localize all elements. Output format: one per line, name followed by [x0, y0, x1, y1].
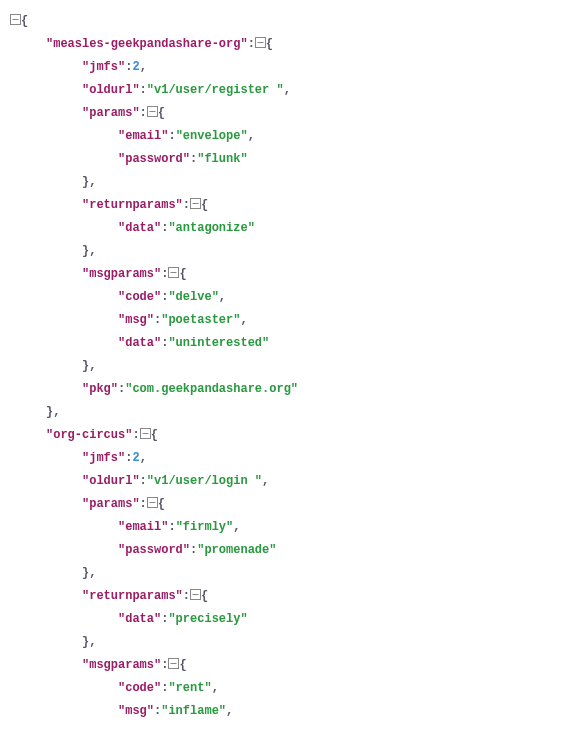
json-line: { — [10, 10, 576, 33]
json-key: "returnparams" — [82, 589, 183, 603]
json-line: }, — [10, 355, 576, 378]
collapse-toggle-icon[interactable] — [168, 267, 179, 278]
json-string: "com.geekpandashare.org" — [125, 382, 298, 396]
json-line: "msg":"poetaster", — [10, 309, 576, 332]
json-punct: { — [179, 267, 186, 281]
json-key: "msg" — [118, 704, 154, 718]
json-key: "params" — [82, 106, 140, 120]
json-line: "jmfs":2, — [10, 447, 576, 470]
json-line: }, — [10, 240, 576, 263]
json-line: "data":"precisely" — [10, 608, 576, 631]
json-punct: }, — [46, 405, 60, 419]
json-key: "msgparams" — [82, 658, 161, 672]
json-line: }, — [10, 171, 576, 194]
json-line: "oldurl":"v1/user/login ", — [10, 470, 576, 493]
collapse-toggle-icon[interactable] — [255, 37, 266, 48]
collapse-toggle-icon[interactable] — [190, 198, 201, 209]
collapse-toggle-icon[interactable] — [190, 589, 201, 600]
json-punct: , — [284, 83, 291, 97]
json-line: "password":"promenade" — [10, 539, 576, 562]
json-punct: }, — [82, 635, 96, 649]
json-punct: : — [248, 37, 255, 51]
collapse-toggle-icon[interactable] — [147, 106, 158, 117]
json-key: "code" — [118, 290, 161, 304]
json-string: "uninterested" — [168, 336, 269, 350]
json-string: "promenade" — [197, 543, 276, 557]
json-line: "jmfs":2, — [10, 56, 576, 79]
json-key: "data" — [118, 221, 161, 235]
json-punct: : — [140, 474, 147, 488]
json-line: "params":{ — [10, 493, 576, 516]
json-viewer: {"measles-geekpandashare-org":{"jmfs":2,… — [10, 10, 576, 723]
json-string: "precisely" — [168, 612, 247, 626]
json-punct: : — [161, 267, 168, 281]
json-punct: , — [262, 474, 269, 488]
json-line: "email":"firmly", — [10, 516, 576, 539]
json-line: "code":"delve", — [10, 286, 576, 309]
json-line: "org-circus":{ — [10, 424, 576, 447]
json-punct: { — [21, 14, 28, 28]
json-key: "params" — [82, 497, 140, 511]
json-line: "returnparams":{ — [10, 194, 576, 217]
json-punct: }, — [82, 359, 96, 373]
json-punct: , — [248, 129, 255, 143]
json-line: "oldurl":"v1/user/register ", — [10, 79, 576, 102]
json-string: "delve" — [168, 290, 218, 304]
json-key: "jmfs" — [82, 451, 125, 465]
json-key: "jmfs" — [82, 60, 125, 74]
json-line: "data":"antagonize" — [10, 217, 576, 240]
json-line: "measles-geekpandashare-org":{ — [10, 33, 576, 56]
json-punct: { — [201, 198, 208, 212]
json-line: }, — [10, 631, 576, 654]
json-key: "measles-geekpandashare-org" — [46, 37, 248, 51]
collapse-toggle-icon[interactable] — [168, 658, 179, 669]
json-number: 2 — [132, 60, 139, 74]
json-key: "msgparams" — [82, 267, 161, 281]
json-string: "poetaster" — [161, 313, 240, 327]
json-line: "email":"envelope", — [10, 125, 576, 148]
collapse-toggle-icon[interactable] — [147, 497, 158, 508]
json-punct: { — [179, 658, 186, 672]
json-punct: { — [151, 428, 158, 442]
json-line: "data":"uninterested" — [10, 332, 576, 355]
json-punct: { — [158, 497, 165, 511]
json-punct: , — [219, 290, 226, 304]
json-punct: : — [132, 428, 139, 442]
json-punct: , — [212, 681, 219, 695]
json-line: "msg":"inflame", — [10, 700, 576, 723]
json-string: "flunk" — [197, 152, 247, 166]
json-punct: : — [140, 497, 147, 511]
json-punct: , — [140, 451, 147, 465]
json-line: "password":"flunk" — [10, 148, 576, 171]
json-line: "msgparams":{ — [10, 263, 576, 286]
json-string: "envelope" — [176, 129, 248, 143]
json-key: "org-circus" — [46, 428, 132, 442]
json-line: "msgparams":{ — [10, 654, 576, 677]
json-punct: : — [183, 198, 190, 212]
json-punct: : — [183, 589, 190, 603]
json-line: }, — [10, 401, 576, 424]
json-punct: : — [168, 129, 175, 143]
json-punct: }, — [82, 175, 96, 189]
json-key: "oldurl" — [82, 474, 140, 488]
json-line: "pkg":"com.geekpandashare.org" — [10, 378, 576, 401]
json-key: "msg" — [118, 313, 154, 327]
json-line: "returnparams":{ — [10, 585, 576, 608]
json-line: "params":{ — [10, 102, 576, 125]
json-key: "returnparams" — [82, 198, 183, 212]
json-key: "email" — [118, 520, 168, 534]
json-punct: }, — [82, 244, 96, 258]
collapse-toggle-icon[interactable] — [10, 14, 21, 25]
json-punct: , — [140, 60, 147, 74]
json-punct: { — [266, 37, 273, 51]
json-punct: , — [226, 704, 233, 718]
json-string: "firmly" — [176, 520, 234, 534]
collapse-toggle-icon[interactable] — [140, 428, 151, 439]
json-key: "password" — [118, 543, 190, 557]
json-punct: , — [240, 313, 247, 327]
json-punct: { — [158, 106, 165, 120]
json-string: "inflame" — [161, 704, 226, 718]
json-punct: : — [140, 106, 147, 120]
json-key: "data" — [118, 612, 161, 626]
json-string: "v1/user/register " — [147, 83, 284, 97]
